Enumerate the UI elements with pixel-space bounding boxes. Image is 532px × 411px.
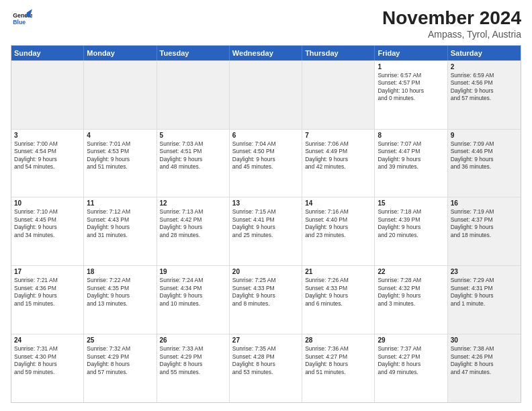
calendar-row-4: 17Sunrise: 7:21 AM Sunset: 4:36 PM Dayli…	[11, 265, 521, 334]
day-info: Sunrise: 7:06 AM Sunset: 4:49 PM Dayligh…	[305, 140, 371, 171]
day-info: Sunrise: 7:25 AM Sunset: 4:33 PM Dayligh…	[232, 277, 299, 308]
day-number: 23	[451, 268, 518, 275]
day-info: Sunrise: 7:35 AM Sunset: 4:28 PM Dayligh…	[232, 345, 299, 376]
day-number: 20	[232, 268, 299, 275]
calendar: SundayMondayTuesdayWednesdayThursdayFrid…	[11, 45, 521, 403]
main-title: November 2024	[382, 8, 521, 29]
day-cell-29: 29Sunrise: 7:37 AM Sunset: 4:27 PM Dayli…	[375, 334, 447, 402]
day-number: 2	[451, 63, 518, 71]
day-number: 6	[232, 132, 299, 139]
empty-cell	[11, 61, 84, 129]
day-number: 25	[87, 336, 153, 344]
day-cell-19: 19Sunrise: 7:24 AM Sunset: 4:34 PM Dayli…	[157, 266, 230, 334]
day-info: Sunrise: 7:29 AM Sunset: 4:31 PM Dayligh…	[451, 277, 518, 308]
empty-cell	[157, 61, 230, 129]
day-info: Sunrise: 7:16 AM Sunset: 4:40 PM Dayligh…	[305, 208, 371, 239]
day-number: 4	[87, 132, 153, 139]
day-cell-22: 22Sunrise: 7:28 AM Sunset: 4:32 PM Dayli…	[375, 266, 447, 334]
day-cell-27: 27Sunrise: 7:35 AM Sunset: 4:28 PM Dayli…	[230, 334, 302, 402]
calendar-header: SundayMondayTuesdayWednesdayThursdayFrid…	[11, 46, 521, 60]
day-number: 14	[305, 199, 371, 207]
day-number: 5	[160, 132, 226, 139]
day-info: Sunrise: 7:37 AM Sunset: 4:27 PM Dayligh…	[378, 345, 444, 376]
day-info: Sunrise: 7:24 AM Sunset: 4:34 PM Dayligh…	[160, 277, 226, 308]
day-info: Sunrise: 7:15 AM Sunset: 4:41 PM Dayligh…	[232, 208, 299, 239]
day-cell-16: 16Sunrise: 7:19 AM Sunset: 4:37 PM Dayli…	[448, 197, 521, 265]
day-number: 21	[305, 268, 371, 275]
day-info: Sunrise: 7:33 AM Sunset: 4:29 PM Dayligh…	[160, 345, 226, 376]
day-cell-3: 3Sunrise: 7:00 AM Sunset: 4:54 PM Daylig…	[11, 130, 84, 197]
day-number: 8	[378, 132, 444, 139]
day-number: 30	[451, 336, 518, 344]
page: General Blue November 2024 Ampass, Tyrol…	[0, 0, 532, 411]
day-number: 12	[160, 199, 226, 207]
title-block: November 2024 Ampass, Tyrol, Austria	[382, 8, 521, 40]
day-number: 3	[14, 132, 81, 139]
header: General Blue November 2024 Ampass, Tyrol…	[11, 8, 521, 40]
day-cell-9: 9Sunrise: 7:09 AM Sunset: 4:46 PM Daylig…	[448, 130, 521, 197]
day-info: Sunrise: 6:57 AM Sunset: 4:57 PM Dayligh…	[378, 72, 444, 103]
sub-title: Ampass, Tyrol, Austria	[382, 29, 521, 40]
day-number: 28	[305, 336, 371, 344]
day-number: 26	[160, 336, 226, 344]
logo: General Blue	[11, 8, 32, 30]
day-cell-12: 12Sunrise: 7:13 AM Sunset: 4:42 PM Dayli…	[157, 197, 230, 265]
weekday-header-friday: Friday	[375, 46, 447, 60]
logo-icon: General Blue	[11, 8, 32, 30]
day-info: Sunrise: 7:38 AM Sunset: 4:26 PM Dayligh…	[451, 345, 518, 376]
day-number: 15	[378, 199, 444, 207]
day-number: 11	[87, 199, 153, 207]
day-info: Sunrise: 7:03 AM Sunset: 4:51 PM Dayligh…	[160, 140, 226, 171]
day-cell-1: 1Sunrise: 6:57 AM Sunset: 4:57 PM Daylig…	[375, 61, 447, 129]
calendar-row-2: 3Sunrise: 7:00 AM Sunset: 4:54 PM Daylig…	[11, 129, 521, 197]
day-number: 9	[451, 132, 518, 139]
empty-cell	[84, 61, 157, 129]
weekday-header-wednesday: Wednesday	[230, 46, 302, 60]
day-info: Sunrise: 7:19 AM Sunset: 4:37 PM Dayligh…	[451, 208, 518, 239]
day-cell-18: 18Sunrise: 7:22 AM Sunset: 4:35 PM Dayli…	[84, 266, 157, 334]
empty-cell	[230, 61, 302, 129]
day-cell-25: 25Sunrise: 7:32 AM Sunset: 4:29 PM Dayli…	[84, 334, 157, 402]
day-info: Sunrise: 7:28 AM Sunset: 4:32 PM Dayligh…	[378, 277, 444, 308]
calendar-body: 1Sunrise: 6:57 AM Sunset: 4:57 PM Daylig…	[11, 60, 521, 402]
calendar-row-3: 10Sunrise: 7:10 AM Sunset: 4:45 PM Dayli…	[11, 197, 521, 265]
day-cell-14: 14Sunrise: 7:16 AM Sunset: 4:40 PM Dayli…	[302, 197, 375, 265]
day-cell-15: 15Sunrise: 7:18 AM Sunset: 4:39 PM Dayli…	[375, 197, 447, 265]
day-cell-23: 23Sunrise: 7:29 AM Sunset: 4:31 PM Dayli…	[448, 266, 521, 334]
weekday-header-monday: Monday	[84, 46, 157, 60]
day-info: Sunrise: 7:36 AM Sunset: 4:27 PM Dayligh…	[305, 345, 371, 376]
calendar-row-1: 1Sunrise: 6:57 AM Sunset: 4:57 PM Daylig…	[11, 60, 521, 129]
day-number: 1	[378, 63, 444, 71]
day-number: 7	[305, 132, 371, 139]
weekday-header-thursday: Thursday	[302, 46, 375, 60]
day-info: Sunrise: 7:26 AM Sunset: 4:33 PM Dayligh…	[305, 277, 371, 308]
day-cell-13: 13Sunrise: 7:15 AM Sunset: 4:41 PM Dayli…	[230, 197, 302, 265]
day-number: 13	[232, 199, 299, 207]
day-cell-6: 6Sunrise: 7:04 AM Sunset: 4:50 PM Daylig…	[230, 130, 302, 197]
day-cell-10: 10Sunrise: 7:10 AM Sunset: 4:45 PM Dayli…	[11, 197, 84, 265]
weekday-header-sunday: Sunday	[11, 46, 84, 60]
day-info: Sunrise: 7:22 AM Sunset: 4:35 PM Dayligh…	[87, 277, 153, 308]
day-info: Sunrise: 7:07 AM Sunset: 4:47 PM Dayligh…	[378, 140, 444, 171]
day-number: 24	[14, 336, 81, 344]
day-info: Sunrise: 7:21 AM Sunset: 4:36 PM Dayligh…	[14, 277, 81, 308]
day-info: Sunrise: 7:01 AM Sunset: 4:53 PM Dayligh…	[87, 140, 153, 171]
day-cell-20: 20Sunrise: 7:25 AM Sunset: 4:33 PM Dayli…	[230, 266, 302, 334]
day-cell-7: 7Sunrise: 7:06 AM Sunset: 4:49 PM Daylig…	[302, 130, 375, 197]
day-cell-28: 28Sunrise: 7:36 AM Sunset: 4:27 PM Dayli…	[302, 334, 375, 402]
day-number: 16	[451, 199, 518, 207]
day-info: Sunrise: 7:04 AM Sunset: 4:50 PM Dayligh…	[232, 140, 299, 171]
day-cell-8: 8Sunrise: 7:07 AM Sunset: 4:47 PM Daylig…	[375, 130, 447, 197]
day-cell-26: 26Sunrise: 7:33 AM Sunset: 4:29 PM Dayli…	[157, 334, 230, 402]
day-cell-2: 2Sunrise: 6:59 AM Sunset: 4:56 PM Daylig…	[448, 61, 521, 129]
day-number: 19	[160, 268, 226, 275]
day-info: Sunrise: 7:13 AM Sunset: 4:42 PM Dayligh…	[160, 208, 226, 239]
day-number: 10	[14, 199, 81, 207]
day-cell-21: 21Sunrise: 7:26 AM Sunset: 4:33 PM Dayli…	[302, 266, 375, 334]
day-info: Sunrise: 7:09 AM Sunset: 4:46 PM Dayligh…	[451, 140, 518, 171]
day-cell-11: 11Sunrise: 7:12 AM Sunset: 4:43 PM Dayli…	[84, 197, 157, 265]
day-cell-30: 30Sunrise: 7:38 AM Sunset: 4:26 PM Dayli…	[448, 334, 521, 402]
day-number: 29	[378, 336, 444, 344]
weekday-header-saturday: Saturday	[448, 46, 521, 60]
day-cell-5: 5Sunrise: 7:03 AM Sunset: 4:51 PM Daylig…	[157, 130, 230, 197]
